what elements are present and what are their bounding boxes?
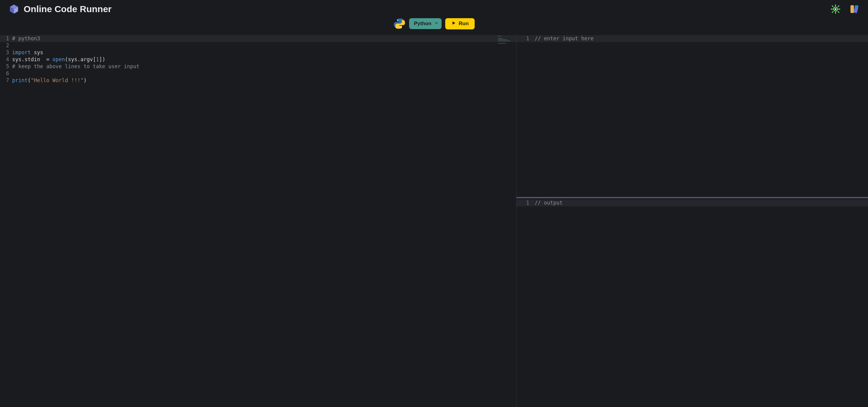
line-content: # python3 xyxy=(12,35,40,42)
svg-rect-2 xyxy=(850,5,854,13)
line-number: 1 xyxy=(517,35,535,42)
line-content: // output xyxy=(535,199,563,206)
line-number: 2 xyxy=(0,42,12,49)
language-select-label: Python xyxy=(414,21,432,27)
line-content: print("Hello World !!!") xyxy=(12,77,87,84)
run-button[interactable]: Run xyxy=(445,18,475,29)
line-content: sys.stdin = open(sys.argv[1]) xyxy=(12,56,105,63)
line-content: import sys xyxy=(12,49,43,56)
line-number: 3 xyxy=(0,49,12,56)
header-actions xyxy=(830,4,860,14)
python-logo-icon xyxy=(393,18,405,30)
logo-cube-icon xyxy=(8,4,20,14)
code-line: 1// output xyxy=(517,199,868,206)
toolbar: Python Run xyxy=(0,16,868,34)
palette-icon[interactable] xyxy=(849,4,860,14)
input-pane: 1// enter input here xyxy=(517,34,868,198)
input-editor[interactable]: 1// enter input here xyxy=(517,34,868,197)
svg-point-4 xyxy=(397,20,398,21)
right-column: 1// enter input here 1// output xyxy=(517,34,868,407)
code-line: 7print("Hello World !!!") xyxy=(0,77,516,84)
chevron-down-icon xyxy=(434,21,439,27)
code-line: 4sys.stdin = open(sys.argv[1]) xyxy=(0,56,516,63)
line-number: 1 xyxy=(0,35,12,42)
brand: Online Code Runner xyxy=(8,4,112,14)
line-number: 4 xyxy=(0,56,12,63)
panes: 1# python323import sys4sys.stdin = open(… xyxy=(0,34,868,407)
app-root: Online Code Runner xyxy=(0,0,868,407)
code-line: 5# keep the above lines to take user inp… xyxy=(0,63,516,70)
line-number: 5 xyxy=(0,63,12,70)
line-content: // enter input here xyxy=(535,35,593,42)
line-number: 6 xyxy=(0,70,12,77)
output-pane: 1// output xyxy=(517,198,868,407)
code-editor[interactable]: 1# python323import sys4sys.stdin = open(… xyxy=(0,34,516,407)
code-line: 2 xyxy=(0,42,516,49)
output-editor[interactable]: 1// output xyxy=(517,198,868,407)
code-line: 1# python3 xyxy=(0,35,516,42)
run-button-label: Run xyxy=(459,21,469,27)
svg-point-5 xyxy=(401,27,402,28)
code-line: 3import sys xyxy=(0,49,516,56)
svg-point-1 xyxy=(835,8,836,10)
play-icon xyxy=(451,21,456,27)
theme-sun-icon[interactable] xyxy=(830,4,841,14)
code-editor-pane: 1# python323import sys4sys.stdin = open(… xyxy=(0,34,517,407)
line-content: # keep the above lines to take user inpu… xyxy=(12,63,140,70)
language-select[interactable]: Python xyxy=(409,18,442,29)
line-number: 1 xyxy=(517,199,535,206)
code-line: 6 xyxy=(0,70,516,77)
line-number: 7 xyxy=(0,77,12,84)
header: Online Code Runner xyxy=(0,0,868,16)
app-title: Online Code Runner xyxy=(24,4,112,14)
code-line: 1// enter input here xyxy=(517,35,868,42)
